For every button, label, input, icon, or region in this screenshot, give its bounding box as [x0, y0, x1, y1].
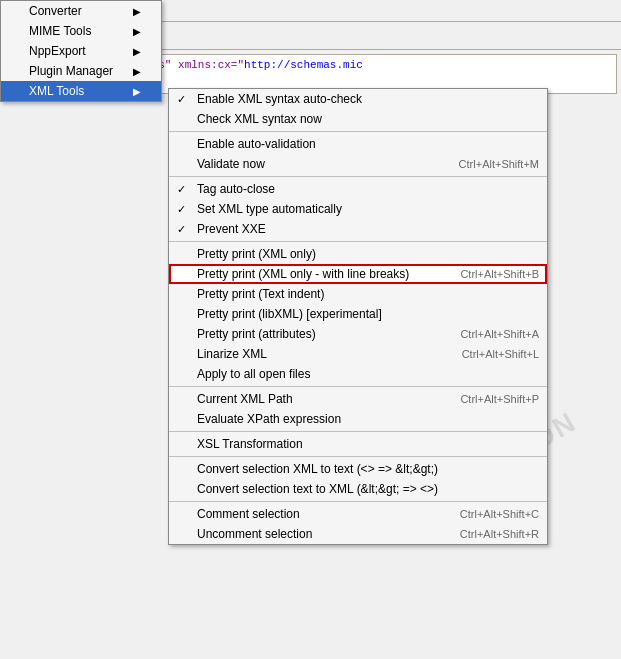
linarize-shortcut: Ctrl+Alt+Shift+L [432, 348, 539, 360]
xml-item-check-syntax-now[interactable]: Check XML syntax now [169, 109, 547, 129]
plugins-item-xml-tools[interactable]: XML Tools ▶ [1, 81, 161, 101]
xml-sep-3 [169, 241, 547, 242]
comment-selection-shortcut: Ctrl+Alt+Shift+C [430, 508, 539, 520]
xml-item-set-xml-type[interactable]: ✓ Set XML type automatically [169, 199, 547, 219]
validate-now-shortcut: Ctrl+Alt+Shift+M [429, 158, 539, 170]
uncomment-selection-label: Uncomment selection [197, 527, 312, 541]
xml-sep-7 [169, 501, 547, 502]
xml-sep-1 [169, 131, 547, 132]
menu-overlay: Converter ▶ MIME Tools ▶ NppExport ▶ Plu… [0, 0, 621, 659]
xml-item-enable-syntax-check[interactable]: ✓ Enable XML syntax auto-check [169, 89, 547, 109]
validate-now-label: Validate now [197, 157, 265, 171]
xml-item-pretty-print-xml[interactable]: Pretty print (XML only) [169, 244, 547, 264]
xml-item-convert-to-text[interactable]: Convert selection XML to text (<> => &lt… [169, 459, 547, 479]
comment-selection-label: Comment selection [197, 507, 300, 521]
plugin-manager-arrow: ▶ [133, 66, 141, 77]
nppexport-arrow: ▶ [133, 46, 141, 57]
mime-tools-label: MIME Tools [29, 24, 91, 38]
prevent-xxe-label: Prevent XXE [197, 222, 266, 236]
checkmark-prevent-xxe: ✓ [177, 223, 186, 236]
plugins-dropdown: Converter ▶ MIME Tools ▶ NppExport ▶ Plu… [0, 0, 162, 102]
xml-sep-2 [169, 176, 547, 177]
xml-item-pretty-print-line-breaks[interactable]: Pretty print (XML only - with line break… [169, 264, 547, 284]
xml-item-current-path[interactable]: Current XML Path Ctrl+Alt+Shift+P [169, 389, 547, 409]
pretty-print-lb-shortcut: Ctrl+Alt+Shift+B [430, 268, 539, 280]
pretty-print-libxml-label: Pretty print (libXML) [experimental] [197, 307, 382, 321]
pretty-print-attr-shortcut: Ctrl+Alt+Shift+A [430, 328, 539, 340]
xml-sep-4 [169, 386, 547, 387]
current-path-label: Current XML Path [197, 392, 293, 406]
current-path-shortcut: Ctrl+Alt+Shift+P [430, 393, 539, 405]
xml-item-pretty-print-text-indent[interactable]: Pretty print (Text indent) [169, 284, 547, 304]
xml-item-enable-validation[interactable]: Enable auto-validation [169, 134, 547, 154]
xml-item-convert-to-xml[interactable]: Convert selection text to XML (&lt;&gt; … [169, 479, 547, 499]
xml-item-pretty-print-attr[interactable]: Pretty print (attributes) Ctrl+Alt+Shift… [169, 324, 547, 344]
checkmark-enable-syntax: ✓ [177, 93, 186, 106]
xml-item-tag-auto-close[interactable]: ✓ Tag auto-close [169, 179, 547, 199]
nppexport-label: NppExport [29, 44, 86, 58]
enable-validation-label: Enable auto-validation [197, 137, 316, 151]
converter-label: Converter [29, 4, 82, 18]
xml-item-prevent-xxe[interactable]: ✓ Prevent XXE [169, 219, 547, 239]
converter-arrow: ▶ [133, 6, 141, 17]
convert-to-xml-label: Convert selection text to XML (&lt;&gt; … [197, 482, 438, 496]
xml-item-pretty-print-libxml[interactable]: Pretty print (libXML) [experimental] [169, 304, 547, 324]
xsl-transform-label: XSL Transformation [197, 437, 303, 451]
xml-item-evaluate-xpath[interactable]: Evaluate XPath expression [169, 409, 547, 429]
pretty-print-attr-label: Pretty print (attributes) [197, 327, 316, 341]
xml-item-validate-now[interactable]: Validate now Ctrl+Alt+Shift+M [169, 154, 547, 174]
pretty-print-lb-label: Pretty print (XML only - with line break… [197, 267, 409, 281]
apply-all-label: Apply to all open files [197, 367, 310, 381]
tag-auto-close-label: Tag auto-close [197, 182, 275, 196]
xml-item-apply-all[interactable]: Apply to all open files [169, 364, 547, 384]
xml-tools-arrow: ▶ [133, 86, 141, 97]
enable-syntax-label: Enable XML syntax auto-check [197, 92, 362, 106]
plugins-item-converter[interactable]: Converter ▶ [1, 1, 161, 21]
xml-item-linarize[interactable]: Linarize XML Ctrl+Alt+Shift+L [169, 344, 547, 364]
evaluate-xpath-label: Evaluate XPath expression [197, 412, 341, 426]
linarize-label: Linarize XML [197, 347, 267, 361]
mime-tools-arrow: ▶ [133, 26, 141, 37]
xml-tools-submenu: ✓ Enable XML syntax auto-check Check XML… [168, 88, 548, 545]
xml-sep-5 [169, 431, 547, 432]
app-background: Plugins Window ? ⊞ ● ◀ ▶ ▶| ☰ 10/wordpro… [0, 0, 621, 659]
xml-sep-6 [169, 456, 547, 457]
xml-item-comment-selection[interactable]: Comment selection Ctrl+Alt+Shift+C [169, 504, 547, 524]
checkmark-tag-auto-close: ✓ [177, 183, 186, 196]
plugins-item-plugin-manager[interactable]: Plugin Manager ▶ [1, 61, 161, 81]
plugins-item-mime-tools[interactable]: MIME Tools ▶ [1, 21, 161, 41]
xml-item-xsl-transform[interactable]: XSL Transformation [169, 434, 547, 454]
xml-tools-label: XML Tools [29, 84, 84, 98]
xml-item-uncomment-selection[interactable]: Uncomment selection Ctrl+Alt+Shift+R [169, 524, 547, 544]
check-syntax-label: Check XML syntax now [197, 112, 322, 126]
plugins-item-nppexport[interactable]: NppExport ▶ [1, 41, 161, 61]
checkmark-set-xml-type: ✓ [177, 203, 186, 216]
pretty-print-xml-label: Pretty print (XML only) [197, 247, 316, 261]
convert-to-text-label: Convert selection XML to text (<> => &lt… [197, 462, 438, 476]
plugin-manager-label: Plugin Manager [29, 64, 113, 78]
pretty-print-text-label: Pretty print (Text indent) [197, 287, 324, 301]
uncomment-selection-shortcut: Ctrl+Alt+Shift+R [430, 528, 539, 540]
set-xml-type-label: Set XML type automatically [197, 202, 342, 216]
